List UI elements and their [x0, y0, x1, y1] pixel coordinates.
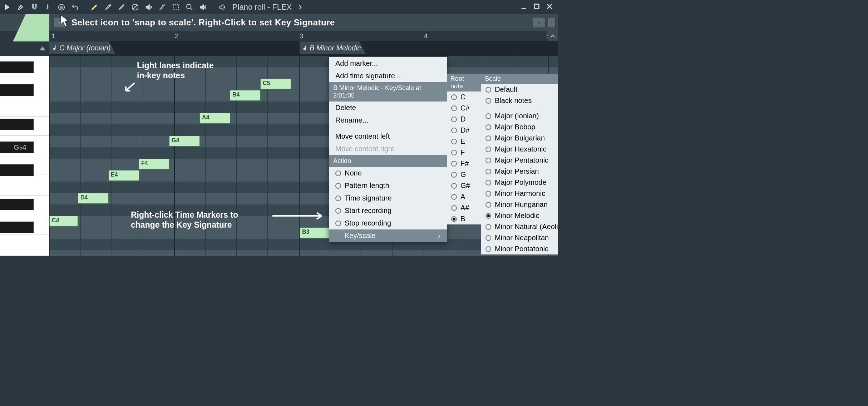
scroll-up-button[interactable] — [548, 31, 558, 41]
minimize-icon[interactable] — [520, 3, 528, 12]
scale-header: Scale — [481, 74, 558, 84]
resize-handle[interactable] — [268, 258, 290, 260]
scroll-dot-button[interactable]: · — [548, 17, 556, 28]
slice-icon[interactable] — [157, 2, 167, 12]
disable-icon[interactable] — [130, 2, 140, 12]
wrench-icon[interactable] — [16, 2, 26, 12]
zoom-icon[interactable] — [184, 2, 194, 12]
root-note-option[interactable]: G# — [447, 180, 481, 191]
bar-number: 4 — [424, 33, 428, 40]
menu-add-marker[interactable]: Add marker... — [329, 57, 447, 70]
menu-delete[interactable]: Delete — [329, 102, 447, 114]
scale-option[interactable]: Default — [481, 84, 558, 95]
scale-option[interactable]: Major Bulgarian — [481, 133, 558, 144]
menu-action-header: Action — [329, 155, 447, 167]
play-icon[interactable] — [2, 2, 12, 12]
window-controls — [520, 3, 556, 12]
scale-option[interactable]: Minor Melodic — [481, 210, 558, 221]
chevron-right-icon[interactable] — [295, 2, 305, 12]
note[interactable]: C5 — [260, 79, 291, 89]
note[interactable]: E4 — [108, 170, 139, 181]
annotation-strip: ‹ Select icon to 'snap to scale'. Right-… — [0, 14, 558, 31]
key-tab-label: C Major (Ionian) — [59, 44, 110, 52]
root-note-option[interactable]: G — [447, 169, 481, 180]
scale-option[interactable]: Major Persian — [481, 166, 558, 177]
menu-action-none[interactable]: None — [329, 167, 447, 179]
stamp-icon[interactable] — [56, 2, 66, 12]
root-note-option[interactable]: F — [447, 147, 481, 158]
svg-point-1 — [109, 5, 111, 6]
scale-option[interactable]: Minor Natural (Aeolian) — [481, 221, 558, 232]
select-icon[interactable] — [171, 2, 181, 12]
scale-option[interactable]: Major Hexatonic — [481, 144, 558, 155]
pencil-icon[interactable] — [89, 2, 99, 12]
scale-option[interactable]: Minor Neapolitan — [481, 232, 558, 243]
root-note-option[interactable]: C — [447, 91, 481, 103]
note[interactable]: F4 — [139, 159, 169, 169]
scale-option[interactable]: Black notes — [481, 95, 558, 106]
svg-rect-3 — [173, 5, 179, 10]
note[interactable]: B3 — [300, 227, 330, 238]
bar-number: 1 — [51, 33, 55, 40]
root-note-option[interactable]: E — [447, 136, 481, 147]
key-tab[interactable]: C Major (Ionian) — [49, 41, 115, 54]
svg-rect-5 — [534, 4, 539, 9]
menu-action-time-sig[interactable]: Time signature — [329, 192, 447, 204]
scale-option[interactable]: Minor Hungarian — [481, 199, 558, 210]
bar-number: 3 — [300, 33, 303, 40]
window-title: Piano roll - FLEX — [232, 3, 292, 12]
root-note-option[interactable]: F# — [447, 158, 481, 169]
scroll-left-button[interactable]: ‹ — [54, 17, 66, 28]
root-note-option[interactable]: C# — [447, 103, 481, 114]
root-note-option[interactable]: D# — [447, 125, 481, 136]
brush-icon[interactable] — [103, 2, 113, 12]
menu-move-right: Move content right — [329, 143, 447, 155]
root-note-header: Root note — [447, 74, 481, 91]
scale-option[interactable]: Major Pentatonic — [481, 155, 558, 166]
scale-option[interactable]: Major (Ionian) — [481, 110, 558, 122]
root-note-option[interactable]: A — [447, 191, 481, 202]
menu-action-start-rec[interactable]: Start recording — [329, 204, 447, 217]
key-tab[interactable]: B Minor Melodic — [300, 41, 366, 54]
piano-keyboard[interactable]: G♭4 — [0, 56, 49, 256]
scale-option[interactable]: Minor Pentatonic — [481, 243, 558, 254]
maximize-icon[interactable] — [533, 3, 541, 12]
close-icon[interactable] — [546, 3, 553, 12]
root-note-option[interactable]: B — [447, 213, 481, 224]
note[interactable]: A4 — [199, 113, 230, 124]
menu-move-left[interactable]: Move content left — [329, 130, 447, 143]
root-note-option[interactable]: A# — [447, 202, 481, 213]
menu-header: B Minor Melodic - Key/Scale at 3:01:05 — [329, 82, 447, 102]
snap-to-scale-icon[interactable] — [43, 2, 53, 12]
playback-icon[interactable] — [198, 2, 208, 12]
key-tab-label: B Minor Melodic — [310, 44, 361, 52]
scroll-right-button[interactable]: › — [533, 17, 546, 28]
annotation-top: Select icon to 'snap to scale'. Right-Cl… — [66, 18, 335, 28]
brush-sparkle-icon[interactable] — [117, 2, 127, 12]
scale-panel: Scale DefaultBlack notesMajor (Ionian)Ma… — [481, 74, 558, 254]
root-note-option[interactable]: D — [447, 114, 481, 125]
root-note-panel: Root note CC#DD#EFF#GG#AA#B — [447, 74, 481, 224]
undo-icon[interactable] — [70, 2, 80, 12]
note[interactable]: G4 — [169, 136, 200, 147]
menu-add-time-sig[interactable]: Add time signature... — [329, 70, 447, 82]
context-menu: Add marker... Add time signature... B Mi… — [329, 57, 447, 242]
note[interactable]: C4 — [49, 216, 78, 227]
scale-option[interactable]: Minor Harmonic — [481, 188, 558, 199]
note[interactable]: B4 — [230, 90, 261, 101]
timeline[interactable]: 1 2 3 4 5 — [49, 31, 558, 41]
menu-rename[interactable]: Rename... — [329, 114, 447, 127]
mute-icon[interactable] — [144, 2, 154, 12]
menu-action-stop-rec[interactable]: Stop recording — [329, 217, 447, 229]
bar-number: 2 — [174, 33, 178, 40]
scale-option[interactable]: Major Polymode — [481, 177, 558, 188]
scale-option[interactable]: Major Bebop — [481, 122, 558, 133]
key-signature-bar[interactable]: C Major (Ionian) B Minor Melodic — [49, 41, 558, 56]
note[interactable]: D4 — [78, 193, 109, 204]
speaker-icon[interactable] — [217, 2, 227, 12]
menu-action-pattern-length[interactable]: Pattern length — [329, 179, 447, 192]
magnet-icon[interactable] — [29, 2, 39, 12]
svg-point-4 — [187, 4, 191, 9]
key-label: G♭4 — [14, 143, 26, 152]
menu-key-scale[interactable]: Key/scale› — [329, 229, 447, 242]
